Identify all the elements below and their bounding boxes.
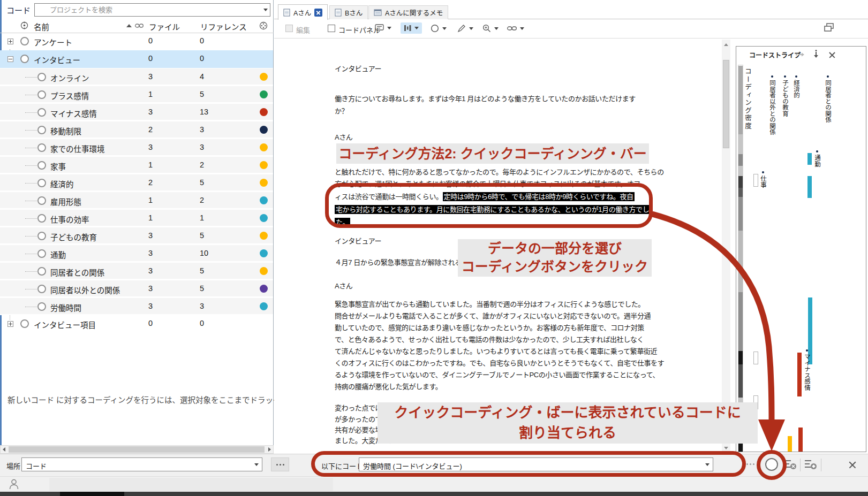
doc-text: 方が心配で、週1回と、あとたまにお客様の都合で土曜日も仕事でオフィスに出るのが基… xyxy=(335,178,640,188)
sort-ascending-icon[interactable] xyxy=(126,24,132,27)
table-row[interactable]: 労働時間33 xyxy=(0,297,273,315)
table-row[interactable]: 仕事の効率11 xyxy=(0,209,273,227)
tab-close-icon[interactable] xyxy=(314,9,322,17)
expand-right-icon[interactable] xyxy=(795,52,805,57)
files-count: 0 xyxy=(148,54,153,63)
edit-checkbox[interactable] xyxy=(285,25,293,32)
code-name: 通勤 xyxy=(50,249,66,260)
table-row-selected[interactable]: インタビュー 0 0 xyxy=(0,50,273,68)
edit-label: 編集 xyxy=(296,25,310,35)
stripe-column-label[interactable]: 同居者以外との関係 xyxy=(768,75,775,135)
code-circle-icon xyxy=(37,302,46,311)
code-stripe-work[interactable] xyxy=(753,174,758,187)
uncode-button[interactable] xyxy=(784,459,797,470)
scroll-left-icon[interactable] xyxy=(3,447,5,452)
user-icon[interactable] xyxy=(9,478,19,490)
more-options-icon[interactable] xyxy=(746,463,754,465)
table-row[interactable]: 通勤310 xyxy=(0,245,273,262)
color-palette-icon[interactable] xyxy=(259,21,268,30)
table-row[interactable]: 子どもの教育35 xyxy=(0,227,273,245)
refs-count: 4 xyxy=(200,72,204,81)
table-row[interactable]: アンケート 0 0 xyxy=(0,33,273,50)
expand-icon[interactable] xyxy=(7,39,13,44)
table-row[interactable]: 移動制限23 xyxy=(0,121,273,139)
table-row[interactable]: マイナス感情313 xyxy=(0,103,273,121)
float-window-icon[interactable] xyxy=(824,22,834,32)
expand-icon[interactable] xyxy=(7,321,13,327)
scroll-right-icon[interactable] xyxy=(268,447,271,452)
code-stripe-yellow[interactable] xyxy=(788,436,792,452)
stripe-column-label[interactable]: 経済的 xyxy=(792,75,799,98)
column-header-name[interactable]: 名前 xyxy=(34,21,49,32)
tab-memo[interactable]: Aさんに関するメモ xyxy=(368,5,448,19)
close-panel-icon[interactable] xyxy=(828,51,836,58)
stripe-label-negative[interactable]: マイナス感情 xyxy=(803,349,810,391)
annotation-menu-button[interactable] xyxy=(375,24,391,32)
scroll-down-icon[interactable] xyxy=(724,447,728,449)
table-row[interactable]: インタビュー項目 0 0 xyxy=(0,315,273,333)
code-in-vivo-button[interactable] xyxy=(804,459,817,470)
doc-text: 勤していたので、感覚的にはあまり違いを感じなかったというか。お客様の方も新年度で… xyxy=(335,322,644,332)
table-row[interactable]: 同居者との関係35 xyxy=(0,262,273,280)
code-stripe-commute[interactable] xyxy=(807,176,812,198)
code-stripes-toggle-button[interactable] xyxy=(401,22,422,34)
code-target-icon[interactable] xyxy=(20,21,28,29)
tab-b-san[interactable]: Bさん xyxy=(329,5,368,19)
search-input[interactable] xyxy=(34,3,270,17)
stripe-column-label[interactable]: 同居者との関係 xyxy=(824,75,831,123)
link-column-icon[interactable] xyxy=(135,23,144,28)
quick-code-combobox[interactable]: 労働時間 (コード\インタビュー) xyxy=(359,457,713,471)
density-segment xyxy=(738,188,743,197)
scroll-up-icon[interactable] xyxy=(724,43,728,46)
scrollbar-thumb[interactable] xyxy=(9,446,265,453)
collapse-icon[interactable] xyxy=(7,56,13,62)
table-row[interactable]: オンライン34 xyxy=(0,68,273,86)
stripe-column-label[interactable]: 子どもの教育 xyxy=(781,75,788,117)
stripe-label-work[interactable]: 仕事 xyxy=(759,171,766,188)
location-combobox[interactable]: コード xyxy=(21,457,262,471)
search-dropdown-chevron-icon[interactable] xyxy=(263,9,268,11)
zoom-icon xyxy=(482,24,491,33)
selected-text: 定時は9時から6時で、でも帰宅は8時か9時くらいですね。夜自 xyxy=(443,192,635,201)
zoom-menu-button[interactable] xyxy=(482,24,499,33)
refs-count: 5 xyxy=(200,178,204,187)
density-segment xyxy=(738,154,743,166)
table-row[interactable]: プラス感情15 xyxy=(0,86,273,103)
table-row[interactable]: 経済的25 xyxy=(0,174,273,192)
column-header-references[interactable]: リファレンス xyxy=(200,21,247,32)
code-name: 同居者との関係 xyxy=(50,266,104,278)
code-selection-button[interactable] xyxy=(765,458,778,471)
table-row[interactable]: 同居者以外との関係35 xyxy=(0,280,273,297)
stripe-label-commute[interactable]: 通勤 xyxy=(813,150,820,167)
doc-text: 持病の腰痛が悪化した気がします。 xyxy=(335,381,442,391)
vertical-scrollbar[interactable] xyxy=(722,40,730,452)
code-name: 家での仕事環境 xyxy=(50,143,105,154)
close-quickbar-icon[interactable] xyxy=(848,460,857,469)
doc-text: Aさん xyxy=(335,132,352,142)
table-row[interactable]: 家事12 xyxy=(0,156,273,174)
code-stripe-commute[interactable] xyxy=(807,153,812,165)
table-row[interactable]: 雇用形態12 xyxy=(0,192,273,209)
doc-text: Aさん xyxy=(335,280,352,291)
tab-a-san[interactable]: Aさん xyxy=(278,4,328,20)
highlight-menu-button[interactable] xyxy=(457,24,473,33)
code-circle-icon xyxy=(37,161,46,170)
divider xyxy=(800,459,801,471)
code-panel-checkbox[interactable] xyxy=(328,25,335,32)
code-stripe-work[interactable] xyxy=(753,352,758,364)
tab-label: Bさん xyxy=(345,7,363,18)
coding-menu-button[interactable] xyxy=(431,24,447,33)
code-stripe-negative[interactable] xyxy=(797,353,802,396)
code-circle-icon xyxy=(37,214,46,223)
link-menu-button[interactable] xyxy=(507,26,524,31)
scrollbar-thumb[interactable] xyxy=(723,60,729,148)
files-count: 1 xyxy=(148,196,153,204)
more-options-button[interactable] xyxy=(271,457,289,471)
horizontal-scrollbar[interactable] xyxy=(0,445,274,454)
code-stripe-negative[interactable] xyxy=(798,428,803,452)
code-name: 労働時間 xyxy=(50,302,81,313)
table-row[interactable]: 家での仕事環境33 xyxy=(0,139,273,156)
column-header-files[interactable]: ファイル xyxy=(149,21,180,32)
dock-down-icon[interactable] xyxy=(813,50,819,58)
code-circle-icon xyxy=(37,73,46,81)
